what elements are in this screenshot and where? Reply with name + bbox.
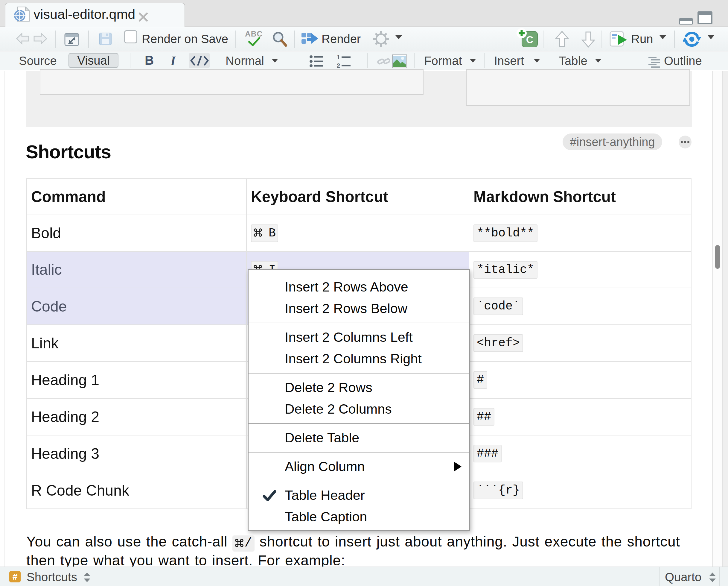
svg-text:2: 2 <box>337 62 340 68</box>
svg-text:1: 1 <box>337 54 340 60</box>
